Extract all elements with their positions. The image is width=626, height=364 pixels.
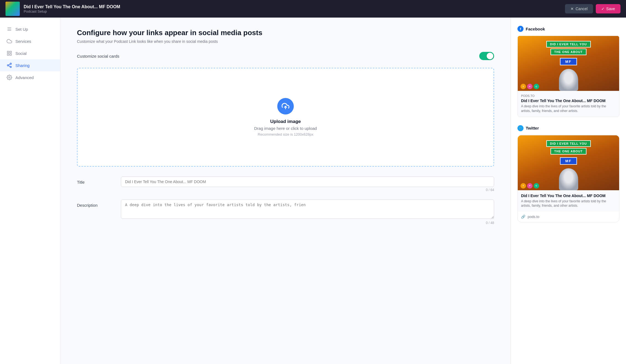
sidebar-label-services: Services xyxy=(15,39,31,44)
tw-figure-mask xyxy=(559,168,578,190)
svg-rect-5 xyxy=(7,54,9,55)
sidebar-item-sharing[interactable]: Sharing xyxy=(0,59,60,71)
svg-line-10 xyxy=(9,66,10,66)
tw-badge-p: P xyxy=(527,183,533,189)
sidebar-label-sharing: Sharing xyxy=(15,63,30,68)
sign-1: DID I EVER TELL YOU xyxy=(546,41,591,47)
sign-2: THE ONE ABOUT xyxy=(550,49,587,55)
description-row: Description 0 / 48 xyxy=(77,200,494,225)
twitter-preview-card: DID I EVER TELL YOU THE ONE ABOUT MF T P… xyxy=(517,135,619,223)
svg-point-9 xyxy=(10,66,12,68)
twitter-preview-title: Did I Ever Tell You The One About... MF … xyxy=(521,194,616,198)
pods-link: pods.to xyxy=(528,215,539,219)
title-row: Title 0 / 64 xyxy=(77,177,494,192)
twitter-icon: 🐦 xyxy=(517,125,523,131)
sign-mf: MF xyxy=(560,58,577,65)
svg-rect-3 xyxy=(7,51,9,53)
twitter-preview-desc: A deep dive into the lives of your favor… xyxy=(521,199,616,208)
cancel-button[interactable]: ✕ Cancel xyxy=(565,4,593,13)
app-header: Did I Ever Tell You The One About... MF … xyxy=(0,0,626,18)
sidebar-item-advanced[interactable]: Advanced xyxy=(0,71,60,83)
svg-point-12 xyxy=(9,77,10,78)
badge-p: P xyxy=(527,84,533,89)
header-title-group: Did I Ever Tell You The One About... MF … xyxy=(24,4,120,13)
svg-rect-6 xyxy=(10,54,12,55)
facebook-header: f Facebook xyxy=(517,26,619,32)
page-title: Configure how your links appear in socia… xyxy=(77,29,494,37)
sidebar-label-setup: Set Up xyxy=(15,27,28,32)
link-icon: 🔗 xyxy=(521,215,525,219)
upload-area[interactable]: Upload image Drag image here or click to… xyxy=(77,68,494,167)
twitter-preview-body: Did I Ever Tell You The One About... MF … xyxy=(518,190,619,212)
upload-hint: Recommended size is 1200x628px xyxy=(258,132,313,136)
twitter-label: Twitter xyxy=(526,126,539,130)
drag-text: Drag image here or click to upload xyxy=(254,126,317,131)
facebook-section: f Facebook DID I EVER TELL YOU THE ONE A… xyxy=(517,26,619,117)
figure-mask xyxy=(559,69,578,91)
facebook-preview-desc: A deep dive into the lives of your favor… xyxy=(521,104,616,113)
podcast-title: Did I Ever Tell You The One About... MF … xyxy=(24,4,120,9)
facebook-icon: f xyxy=(517,26,523,32)
x-icon: ✕ xyxy=(570,7,574,11)
description-field-group: Description 0 / 48 xyxy=(77,200,494,225)
podcast-avatar xyxy=(5,2,20,16)
share-icon xyxy=(7,63,12,68)
page-subtitle: Customize what your Podcast Link looks l… xyxy=(77,39,494,44)
customize-toggle-row: Customize social cards xyxy=(77,52,494,60)
title-input[interactable] xyxy=(121,177,494,187)
save-button[interactable]: ✓ Save xyxy=(596,4,621,13)
sidebar: Set Up Services Social Sharing Advanced xyxy=(0,18,60,364)
facebook-label: Facebook xyxy=(526,27,545,31)
upload-text: Upload image xyxy=(270,119,301,124)
svg-point-7 xyxy=(10,63,12,65)
header-subtitle: Podcast Setup xyxy=(24,9,120,13)
layout: Set Up Services Social Sharing Advanced xyxy=(0,18,626,364)
title-content: 0 / 64 xyxy=(121,177,494,192)
description-label: Description xyxy=(77,200,110,208)
cloud-icon xyxy=(7,38,12,44)
customize-toggle[interactable] xyxy=(479,52,494,60)
sidebar-label-advanced: Advanced xyxy=(15,75,34,80)
tw-sign-mf: MF xyxy=(560,157,577,165)
title-field-group: Title 0 / 64 xyxy=(77,177,494,192)
facebook-preview-body: PODS.TO Did I Ever Tell You The One Abou… xyxy=(518,91,619,117)
upload-icon xyxy=(277,98,294,114)
description-input[interactable] xyxy=(121,200,494,219)
tw-sign-2: THE ONE ABOUT xyxy=(550,148,587,155)
title-counter: 0 / 64 xyxy=(121,188,494,192)
description-counter: 0 / 48 xyxy=(121,221,494,225)
twitter-preview-image: DID I EVER TELL YOU THE ONE ABOUT MF T P… xyxy=(518,135,619,190)
badges-row: T P C xyxy=(520,84,539,89)
sidebar-item-setup[interactable]: Set Up xyxy=(0,23,60,35)
main-content: Configure how your links appear in socia… xyxy=(60,18,511,364)
header-left: Did I Ever Tell You The One About... MF … xyxy=(5,2,120,16)
svg-point-8 xyxy=(7,65,9,66)
grid-icon xyxy=(7,51,12,56)
svg-line-11 xyxy=(9,64,10,65)
badge-t: T xyxy=(520,84,526,89)
tw-badge-t: T xyxy=(520,183,526,189)
check-icon: ✓ xyxy=(601,7,605,11)
tw-badges-row: T P C xyxy=(520,183,539,189)
facebook-preview-card: DID I EVER TELL YOU THE ONE ABOUT MF T P… xyxy=(517,36,619,117)
sidebar-item-services[interactable]: Services xyxy=(0,35,60,47)
facebook-preview-title: Did I Ever Tell You The One About... MF … xyxy=(521,99,616,103)
badge-c: C xyxy=(534,84,539,89)
description-content: 0 / 48 xyxy=(121,200,494,225)
twitter-footer: 🔗 pods.to xyxy=(518,211,619,222)
header-actions: ✕ Cancel ✓ Save xyxy=(565,4,621,13)
sidebar-item-social[interactable]: Social xyxy=(0,47,60,59)
sidebar-label-social: Social xyxy=(15,51,27,56)
svg-rect-4 xyxy=(10,51,12,53)
customize-label: Customize social cards xyxy=(77,54,119,58)
twitter-header: 🐦 Twitter xyxy=(517,125,619,131)
gear-icon xyxy=(7,75,12,80)
facebook-preview-image: DID I EVER TELL YOU THE ONE ABOUT MF T P… xyxy=(518,36,619,91)
title-label: Title xyxy=(77,177,110,184)
facebook-domain: PODS.TO xyxy=(521,94,616,97)
preview-panel: f Facebook DID I EVER TELL YOU THE ONE A… xyxy=(511,18,626,364)
tw-badge-c: C xyxy=(534,183,539,189)
sliders-icon xyxy=(7,26,12,32)
tw-sign-1: DID I EVER TELL YOU xyxy=(546,140,591,147)
twitter-section: 🐦 Twitter DID I EVER TELL YOU THE ONE AB… xyxy=(517,125,619,223)
